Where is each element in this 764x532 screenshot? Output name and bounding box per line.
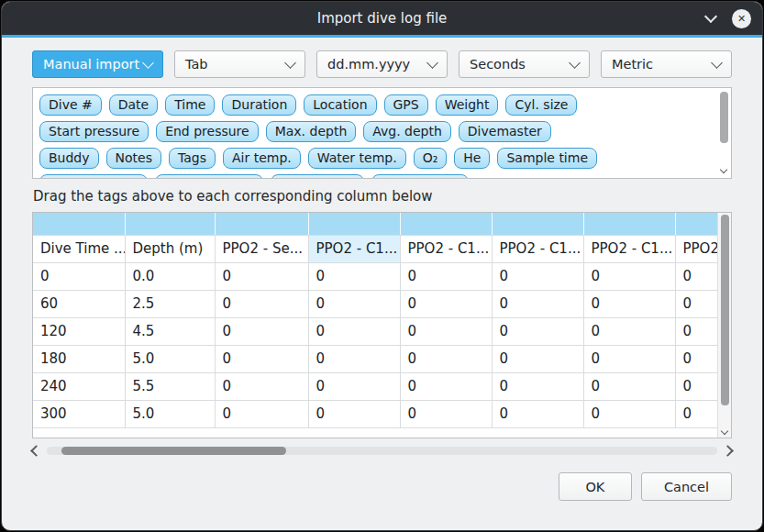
titlebar[interactable]: Import dive log file ✕ bbox=[2, 2, 762, 35]
table-cell: 0 bbox=[215, 317, 308, 345]
column-drop-target[interactable] bbox=[400, 213, 492, 235]
shade-window-button[interactable] bbox=[703, 10, 719, 27]
column-drop-target[interactable] bbox=[583, 213, 675, 235]
tag-chip[interactable]: Dive # bbox=[39, 94, 102, 116]
import-preview-panel: Dive Time ...Depth (m)PPO2 - Se...PPO2 -… bbox=[32, 212, 732, 438]
chevron-down-icon bbox=[284, 57, 296, 69]
combo-value: Seconds bbox=[470, 57, 526, 72]
tag-chip[interactable]: Cyl. size bbox=[505, 94, 577, 116]
date-format-combo[interactable]: dd.mm.yyyy bbox=[316, 50, 448, 78]
scrollbar-track[interactable] bbox=[47, 447, 717, 455]
units-combo[interactable]: Metric bbox=[601, 50, 732, 78]
ok-button[interactable]: OK bbox=[559, 472, 632, 501]
import-dialog-window: Import dive log file ✕ Manual importTabd… bbox=[1, 1, 763, 531]
table-cell: 0 bbox=[215, 262, 308, 290]
table-cell: 4.5 bbox=[125, 317, 215, 345]
close-icon: ✕ bbox=[737, 14, 746, 24]
import-mode-combo[interactable]: Manual import bbox=[32, 50, 163, 78]
field-separator-combo[interactable]: Tab bbox=[174, 50, 305, 78]
tag-row: Dive #DateTimeDurationLocationGPSWeightC… bbox=[39, 94, 709, 116]
column-drop-target[interactable] bbox=[308, 213, 400, 235]
table-cell: 0 bbox=[308, 372, 400, 400]
tag-chip[interactable]: Water temp. bbox=[308, 148, 406, 169]
table-cell: 0 bbox=[492, 317, 583, 345]
column-header: PPO2 - C1... bbox=[583, 235, 675, 262]
tag-chip[interactable]: Sample time bbox=[497, 148, 597, 169]
tags-panel-rows: Dive #DateTimeDurationLocationGPSWeightC… bbox=[39, 94, 709, 179]
table-row: 1805.0000000 bbox=[33, 345, 732, 372]
table-cell: 0 bbox=[492, 400, 583, 427]
titlebar-controls: ✕ bbox=[703, 2, 751, 35]
close-button[interactable]: ✕ bbox=[732, 9, 751, 28]
tag-chip[interactable]: Location bbox=[304, 94, 376, 116]
scrollbar-handle[interactable] bbox=[721, 215, 729, 405]
drop-target-row bbox=[33, 213, 732, 235]
dialog-content: Manual importTabdd.mm.yyyySecondsMetric … bbox=[2, 38, 762, 501]
tag-chip[interactable]: Date bbox=[109, 94, 158, 116]
chevron-down-icon bbox=[711, 57, 723, 69]
table-cell: 0 bbox=[308, 262, 400, 290]
tag-chip[interactable]: Duration bbox=[222, 94, 296, 116]
tag-chip[interactable]: GPS bbox=[384, 94, 428, 116]
tag-chip[interactable]: Avg. depth bbox=[363, 121, 451, 142]
table-cell: 0 bbox=[400, 317, 492, 345]
table-cell: 0 bbox=[308, 345, 400, 372]
tags-panel: Dive #DateTimeDurationLocationGPSWeightC… bbox=[32, 87, 732, 179]
tag-chip[interactable]: Start pressure bbox=[39, 121, 149, 142]
table-cell: 0 bbox=[400, 262, 492, 290]
chevron-down-icon bbox=[569, 57, 581, 69]
scrollbar-handle[interactable] bbox=[61, 447, 286, 455]
table-cell: 0 bbox=[583, 400, 675, 427]
header-row: Dive Time ...Depth (m)PPO2 - Se...PPO2 -… bbox=[33, 235, 732, 262]
scrollbar-handle[interactable] bbox=[720, 92, 728, 143]
instruction-text: Drag the tags above to each correspondin… bbox=[33, 188, 731, 205]
column-header: PPO2 - Se... bbox=[215, 235, 308, 262]
table-row: 1204.5000000 bbox=[33, 317, 732, 345]
column-drop-target[interactable] bbox=[33, 213, 125, 235]
combo-value: Metric bbox=[612, 57, 653, 72]
tag-row: Sample depthSample temp.Sample pO₂Sample… bbox=[39, 174, 709, 179]
table-cell: 5.0 bbox=[125, 345, 215, 372]
tag-chip[interactable]: Tags bbox=[169, 148, 216, 169]
scroll-left-icon[interactable] bbox=[30, 445, 42, 457]
column-drop-target[interactable] bbox=[125, 213, 215, 235]
tag-chip[interactable]: Sample depth bbox=[39, 174, 148, 179]
tag-chip[interactable]: Weight bbox=[436, 94, 499, 116]
chevron-down-icon bbox=[142, 57, 154, 69]
time-format-combo[interactable]: Seconds bbox=[459, 50, 590, 78]
tag-chip[interactable]: Sample temp. bbox=[155, 174, 263, 179]
tag-chip[interactable]: Buddy bbox=[39, 148, 99, 169]
table-vertical-scrollbar[interactable] bbox=[717, 213, 731, 438]
tag-chip[interactable]: Air temp. bbox=[223, 148, 301, 169]
table-cell: 0 bbox=[400, 400, 492, 427]
table-cell: 0 bbox=[492, 345, 583, 372]
tag-chip[interactable]: Sample pO₂ bbox=[271, 174, 364, 179]
table-cell: 300 bbox=[33, 400, 125, 427]
chevron-down-icon bbox=[704, 10, 717, 23]
scroll-down-icon[interactable] bbox=[720, 166, 727, 173]
tag-chip[interactable]: O₂ bbox=[414, 148, 448, 169]
tag-chip[interactable]: Max. depth bbox=[266, 121, 357, 142]
tag-row: Start pressureEnd pressureMax. depthAvg.… bbox=[39, 121, 709, 142]
table-cell: 240 bbox=[33, 372, 125, 400]
tags-scrollbar[interactable] bbox=[718, 90, 729, 176]
tag-chip[interactable]: End pressure bbox=[156, 121, 259, 142]
column-header: PPO2 - C1... bbox=[308, 235, 400, 262]
column-drop-target[interactable] bbox=[492, 213, 583, 235]
table-cell: 0 bbox=[308, 290, 400, 317]
table-cell: 0.0 bbox=[125, 262, 215, 290]
tag-chip[interactable]: He bbox=[454, 148, 490, 169]
tag-chip[interactable]: Time bbox=[165, 94, 215, 116]
tag-chip[interactable]: Sample CNS bbox=[371, 174, 469, 179]
table-cell: 0 bbox=[308, 317, 400, 345]
cancel-button[interactable]: Cancel bbox=[641, 472, 732, 501]
tag-chip[interactable]: Notes bbox=[106, 148, 161, 169]
combo-value: dd.mm.yyyy bbox=[327, 57, 410, 72]
table-row: 2405.5000000 bbox=[33, 372, 732, 400]
dialog-buttons: OK Cancel bbox=[32, 472, 732, 501]
column-drop-target[interactable] bbox=[215, 213, 308, 235]
scroll-down-icon[interactable] bbox=[721, 427, 728, 435]
scroll-right-icon[interactable] bbox=[722, 445, 734, 457]
tag-chip[interactable]: Divemaster bbox=[459, 121, 551, 142]
table-horizontal-scrollbar[interactable] bbox=[32, 444, 732, 458]
